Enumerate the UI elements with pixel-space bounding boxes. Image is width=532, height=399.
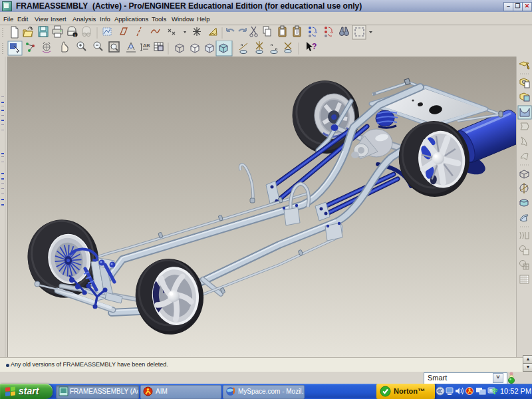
svg-text:?: ? — [312, 42, 317, 51]
svg-text:i: i — [74, 33, 75, 37]
svg-text:AB: AB — [143, 43, 150, 49]
